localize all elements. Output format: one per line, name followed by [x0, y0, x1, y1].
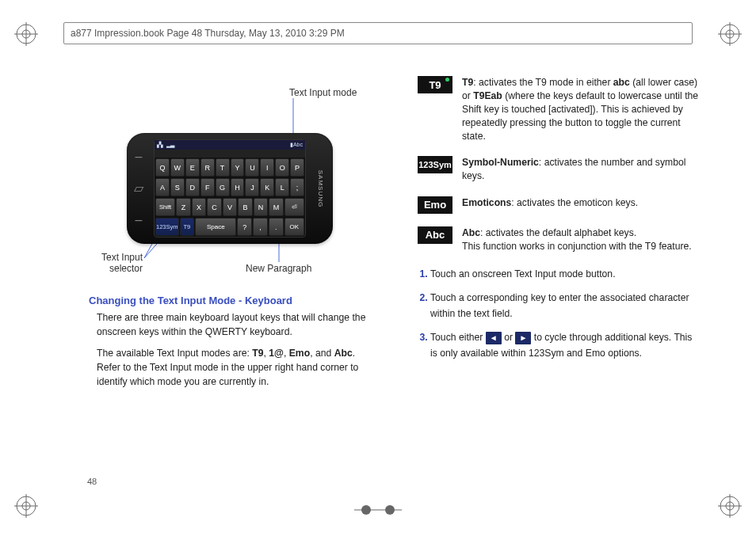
key-semicolon: ;	[290, 178, 304, 196]
key-g: G	[216, 178, 230, 196]
phone-right-side: SAMSUNG	[309, 141, 333, 236]
cropmark-bottom-right	[718, 494, 742, 518]
para-modes: The available Text Input modes are: T9, …	[97, 347, 380, 389]
key-comma: ,	[253, 218, 268, 236]
key-u: U	[245, 158, 259, 177]
steps-list: Touch an onscreen Text Input mode button…	[408, 266, 701, 362]
key-o: O	[275, 158, 289, 177]
para-intro: There are three main keyboard layout key…	[97, 311, 380, 339]
key-d: D	[185, 178, 200, 196]
left-column: Text Input mode Text Input selector New …	[87, 76, 380, 485]
key-c: C	[207, 198, 222, 216]
key-period: .	[269, 218, 284, 236]
step-2: Touch a corresponding key to enter the a…	[430, 290, 701, 321]
callout-text-input-selector: Text Input selector	[101, 252, 143, 274]
step-1: Touch an onscreen Text Input mode button…	[430, 266, 701, 282]
phone-screen: ▞▖ ▂▃ ▮Abc Q W E R T Y U I	[154, 139, 306, 238]
key-space: Space	[195, 218, 236, 236]
print-header: a877 Impression.book Page 48 Thursday, M…	[63, 22, 693, 44]
mode-sym-text: Symbol-Numeric: activates the number and…	[462, 156, 701, 183]
key-k: K	[260, 178, 274, 196]
key-123sym: 123Sym	[155, 218, 179, 236]
print-header-text: a877 Impression.book Page 48 Thursday, M…	[71, 28, 345, 39]
key-row-2: A S D F G H J K L ;	[155, 177, 305, 197]
key-return: ⏎	[284, 198, 304, 216]
mode-emo-text: Emoticons: activates the emoticon keys.	[462, 196, 701, 214]
key-row-1: Q W E R T Y U I O P	[155, 158, 305, 177]
callout-text-input-mode: Text Input mode	[289, 87, 357, 98]
arrow-left-icon: ◄	[486, 332, 502, 344]
key-x: X	[192, 198, 207, 216]
mode-t9-text: T9: activates the T9 mode in either abc …	[462, 76, 701, 143]
step-3: Touch either ◄ or ► to cycle through add…	[430, 329, 701, 361]
mode-emo: Emo Emoticons: activates the emoticon ke…	[408, 196, 701, 214]
arrow-right-icon: ►	[515, 332, 531, 344]
key-r: R	[200, 158, 215, 177]
sym-icon: 123Sym	[418, 156, 452, 173]
key-e: E	[185, 158, 200, 177]
cropmark-bottom-left	[14, 494, 38, 518]
key-p: P	[290, 158, 304, 177]
abc-icon: Abc	[418, 226, 452, 244]
figure-phone-keyboard: Text Input mode Text Input selector New …	[87, 76, 380, 274]
key-l: L	[275, 178, 289, 196]
cropmark-bottom-mid	[354, 502, 402, 518]
mode-t9: T9 T9: activates the T9 mode in either a…	[408, 76, 701, 143]
t9-icon: T9	[418, 76, 452, 93]
key-z: Z	[176, 198, 191, 216]
key-h: H	[231, 178, 245, 196]
page-number: 48	[87, 477, 97, 486]
key-a: A	[155, 178, 170, 196]
key-t9: T9	[180, 218, 195, 236]
section-heading: Changing the Text Input Mode - Keyboard	[89, 295, 380, 306]
key-t: T	[216, 158, 230, 177]
status-bar: ▞▖ ▂▃ ▮Abc	[155, 140, 305, 150]
key-shift: Shift	[155, 198, 175, 216]
cropmark-top-right	[718, 22, 742, 46]
mode-abc-text: Abc: activates the default alphabet keys…	[462, 226, 701, 253]
key-j: J	[245, 178, 259, 196]
key-s: S	[170, 178, 185, 196]
mode-sym: 123Sym Symbol-Numeric: activates the num…	[408, 156, 701, 183]
key-v: V	[223, 198, 238, 216]
key-f: F	[200, 178, 215, 196]
key-ok: OK	[284, 218, 304, 236]
page-body: Text Input mode Text Input selector New …	[87, 76, 701, 485]
emo-icon: Emo	[418, 196, 452, 214]
key-m: M	[269, 198, 284, 216]
phone-illustration: –▱– SAMSUNG ▞▖ ▂▃ ▮Abc Q W E R	[127, 133, 333, 244]
key-y: Y	[231, 158, 245, 177]
key-b: B	[238, 198, 253, 216]
phone-left-buttons: –▱–	[127, 141, 151, 236]
key-question: ?	[237, 218, 252, 236]
key-n: N	[254, 198, 269, 216]
text-field	[155, 150, 305, 158]
key-q: Q	[155, 158, 170, 177]
callout-new-paragraph: New Paragraph	[246, 263, 311, 274]
key-i: I	[260, 158, 274, 177]
cropmark-top-left	[14, 22, 38, 46]
right-column: T9 T9: activates the T9 mode in either a…	[408, 76, 701, 485]
mode-abc: Abc Abc: activates the default alphabet …	[408, 226, 701, 253]
key-w: W	[170, 158, 185, 177]
key-row-3: Shift Z X C V B N M ⏎	[155, 197, 305, 217]
key-row-4: 123Sym T9 Space ? , . OK	[155, 217, 305, 237]
